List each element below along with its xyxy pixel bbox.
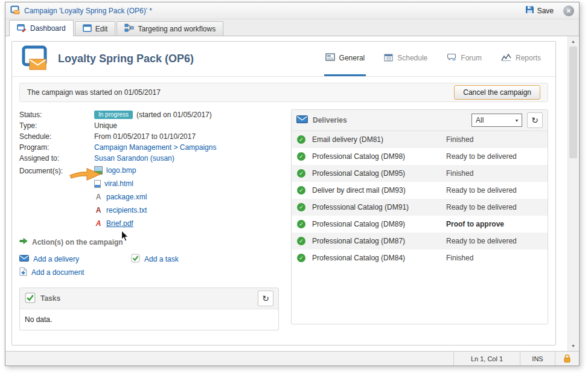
delivery-status-check-icon: ✓ <box>297 220 305 228</box>
schedule-value: From 01/05/2017 to 01/10/2017 <box>94 131 196 142</box>
insert-mode-indicator: INS <box>520 352 555 365</box>
delivery-name: Email delivery (DM81) <box>312 135 446 144</box>
delivery-row[interactable]: ✓ Professional Catalog (DM84) Finished <box>292 249 548 266</box>
tab-dashboard-label: Dashboard <box>30 24 66 33</box>
tab-forum-label: Forum <box>461 54 482 62</box>
actions-section-title: Action(s) on the campaign <box>32 238 123 246</box>
tab-schedule-label: Schedule <box>397 54 427 62</box>
document-link[interactable]: Brief.pdf <box>106 218 133 229</box>
delivery-status-check-icon: ✓ <box>297 169 305 178</box>
document-link[interactable]: logo.bmp <box>106 165 136 176</box>
add-document-link[interactable]: Add a document <box>19 266 131 279</box>
type-label: Type: <box>19 120 94 131</box>
deliveries-panel: Deliveries All ▼ ↻ ✓ <box>291 109 548 324</box>
program-label: Program: <box>19 142 94 153</box>
delivery-row[interactable]: ✓ Professsional Catalog (DM91) Ready to … <box>292 199 548 216</box>
tab-reports-label: Reports <box>516 54 541 62</box>
delivery-row[interactable]: ✓ Professional Catalog (DM98) Ready to b… <box>292 148 548 165</box>
add-delivery-label: Add a delivery <box>33 255 79 263</box>
delivery-status: Ready to be delivered <box>446 203 517 211</box>
schedule-label: Schedule: <box>19 131 94 142</box>
assigned-label: Assigned to: <box>19 153 94 164</box>
edit-tab-icon <box>83 24 92 34</box>
document-type-icon: A <box>94 193 103 201</box>
document-link[interactable]: recipients.txt <box>106 205 147 216</box>
delivery-status: Ready to be delivered <box>446 152 517 161</box>
assigned-to-link[interactable]: Susan Sarandon (susan) <box>94 153 174 164</box>
delivery-row[interactable]: ✓ Deliver by direct mail (DM93) Ready to… <box>292 182 548 199</box>
documents-label: Document(s): <box>19 164 94 176</box>
delivery-name: Deliver by direct mail (DM93) <box>312 186 446 195</box>
deliveries-refresh-icon[interactable]: ↻ <box>527 112 543 128</box>
program-row: Program: Campaign Management > Campaigns <box>19 142 285 153</box>
tasks-empty-message: No data. <box>20 309 278 330</box>
status-bar: Ln 1, Col 1 INS <box>5 351 579 365</box>
chevron-down-icon: ▼ <box>512 118 522 123</box>
tab-targeting-label: Targeting and workflows <box>138 25 216 33</box>
delivery-name: Professsional Catalog (DM91) <box>312 203 446 211</box>
main-tab-bar: Dashboard Edit Targeting and workflows <box>5 19 579 36</box>
delivery-status: Finished <box>446 135 473 144</box>
tab-forum[interactable]: Forum <box>446 42 483 76</box>
cancel-campaign-button[interactable]: Cancel the campaign <box>454 85 540 100</box>
tab-schedule[interactable]: Schedule <box>383 42 429 76</box>
status-label: Status: <box>19 109 94 120</box>
delivery-status: Ready to be delivered <box>446 237 517 245</box>
workflow-tab-icon <box>124 24 134 34</box>
view-tab-bar: General Schedule Forum <box>324 42 542 76</box>
campaign-icon <box>22 45 50 72</box>
tasks-refresh-icon[interactable]: ↻ <box>258 291 273 306</box>
delivery-name: Professional Catalog (DM89) <box>312 220 446 228</box>
tab-targeting-workflows[interactable]: Targeting and workflows <box>117 21 223 36</box>
lock-icon <box>555 352 579 365</box>
tasks-check-icon <box>25 292 36 305</box>
delivery-status-check-icon: ✓ <box>297 237 305 245</box>
delivery-row[interactable]: ✓ Professional Catalog (DM87) Ready to b… <box>292 233 548 249</box>
tab-edit[interactable]: Edit <box>75 21 116 36</box>
delivery-status-check-icon: ✓ <box>297 186 305 195</box>
tab-general[interactable]: General <box>324 42 366 76</box>
delivery-name: Professional Catalog (DM98) <box>312 152 446 161</box>
document-item: A Brief.pdf <box>94 217 147 230</box>
tasks-panel-title: Tasks <box>40 294 258 303</box>
status-row: Status: In progress (started on 01/05/20… <box>19 109 285 120</box>
schedule-row: Schedule: From 01/05/2017 to 01/10/2017 <box>19 131 285 142</box>
vertical-scrollbar[interactable]: ▲ ▼ <box>567 36 578 351</box>
scroll-up-icon[interactable]: ▲ <box>568 36 578 47</box>
app-window: Campaign 'Loyalty Spring Pack (OP6)' * S… <box>5 2 580 366</box>
document-type-icon <box>94 166 103 175</box>
program-link[interactable]: Campaign Management > Campaigns <box>94 142 216 153</box>
document-item: A package.xml <box>94 190 147 204</box>
document-link[interactable]: viral.html <box>104 178 133 189</box>
deliveries-filter-select[interactable]: All ▼ <box>471 114 522 127</box>
dashboard-panel: Loyalty Spring Pack (OP6) General Schedu… <box>11 41 556 346</box>
add-document-label: Add a document <box>31 268 84 277</box>
delivery-row[interactable]: ✓ Professional Catalog (DM89) Proof to a… <box>292 216 548 233</box>
delivery-status: Ready to be delivered <box>446 186 517 195</box>
document-type-icon: A <box>94 219 103 228</box>
delivery-row[interactable]: ✓ Email delivery (DM81) Finished <box>292 131 548 148</box>
tab-edit-label: Edit <box>95 25 108 33</box>
add-delivery-link[interactable]: Add a delivery <box>19 253 131 266</box>
delivery-name: Professional Catalog (DM84) <box>312 254 446 262</box>
page-title: Loyalty Spring Pack (OP6) <box>58 53 324 65</box>
tab-reports[interactable]: Reports <box>500 42 542 76</box>
tasks-panel: Tasks ↻ No data. <box>19 288 279 330</box>
delivery-name: Professional Catalog (DM87) <box>312 237 446 245</box>
deliveries-column: Deliveries All ▼ ↻ ✓ <box>291 109 548 330</box>
action-links: Add a delivery Add a task <box>19 253 249 279</box>
window-title: Campaign 'Loyalty Spring Pack (OP6)' * <box>24 7 525 15</box>
scrollbar-thumb[interactable] <box>569 47 577 158</box>
delivery-name: Professional Catalog (DM95) <box>312 169 446 178</box>
tab-general-label: General <box>339 54 365 62</box>
add-task-link[interactable]: Add a task <box>131 253 243 266</box>
tab-dashboard[interactable]: Dashboard <box>9 20 74 36</box>
save-button[interactable]: Save <box>525 5 554 16</box>
delivery-row[interactable]: ✓ Professional Catalog (DM95) Finished <box>292 165 548 182</box>
add-document-icon <box>19 267 27 278</box>
scroll-down-icon[interactable]: ▼ <box>568 341 578 351</box>
close-icon[interactable]: × <box>563 5 574 16</box>
status-badge: In progress <box>94 111 133 119</box>
document-link[interactable]: package.xml <box>106 192 147 202</box>
cursor-position-indicator: Ln 1, Col 1 <box>453 352 520 365</box>
